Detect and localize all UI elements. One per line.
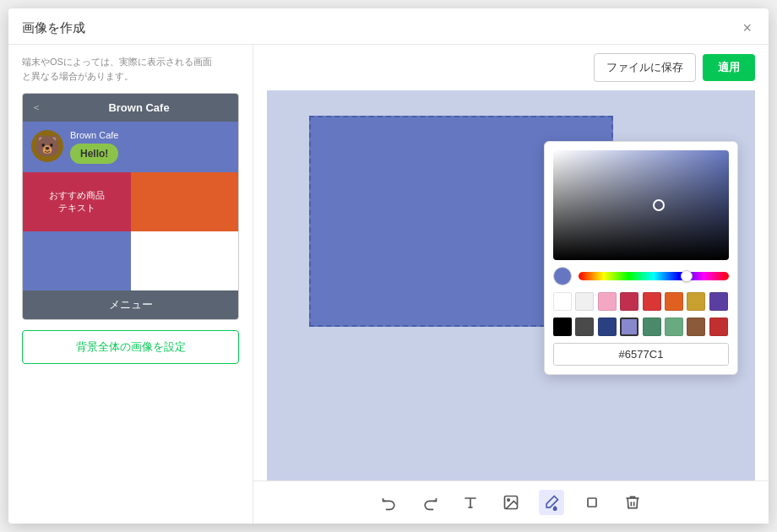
swatch-white[interactable] — [553, 292, 572, 311]
hue-row — [553, 267, 729, 285]
swatch-green[interactable] — [643, 318, 661, 336]
swatch-light-gray[interactable] — [575, 292, 594, 311]
phone-grid: おすすめ商品テキスト — [23, 172, 238, 290]
left-panel: 端末やOSによっては、実際に表示される画面と異なる場合があります。 ＜ Brow… — [8, 45, 253, 524]
chat-name: Brown Cafe — [70, 130, 118, 140]
image-button[interactable] — [498, 490, 524, 515]
phone-header: ＜ Brown Cafe — [23, 94, 238, 122]
crop-button[interactable] — [579, 490, 605, 515]
chat-bubble: Hello! — [70, 144, 118, 164]
swatch-dark-pink[interactable] — [620, 292, 638, 311]
current-color-swatch — [553, 267, 572, 285]
undo-button[interactable] — [377, 490, 402, 515]
crop-icon — [584, 494, 600, 511]
svg-rect-2 — [588, 498, 596, 507]
close-button[interactable]: × — [739, 19, 755, 37]
phone-preview: ＜ Brown Cafe 🐻 Brown Cafe Hello! おすすめ商品テ… — [22, 93, 239, 320]
redo-icon — [421, 494, 438, 511]
phone-menu: メニュー — [23, 290, 238, 319]
grid-cell-2 — [131, 172, 239, 231]
dialog-header: 画像を作成 × — [8, 8, 769, 45]
phone-chat-area: 🐻 Brown Cafe Hello! — [23, 122, 238, 172]
swatch-navy[interactable] — [598, 318, 617, 336]
save-file-button[interactable]: ファイルに保存 — [594, 53, 696, 82]
main-dialog: 画像を作成 × 端末やOSによっては、実際に表示される画面と異なる場合があります… — [8, 8, 769, 524]
grid-cell-4 — [131, 231, 239, 290]
swatch-black[interactable] — [553, 318, 572, 336]
swatch-purple[interactable] — [709, 292, 728, 311]
gradient-cursor — [653, 199, 665, 211]
grid-cell-1-text: おすすめ商品テキスト — [49, 189, 105, 214]
swatches-row-2 — [553, 318, 729, 336]
swatches-row-1 — [553, 292, 729, 311]
swatch-light-blue-selected[interactable] — [620, 318, 638, 336]
swatch-brown[interactable] — [687, 318, 705, 336]
avatar: 🐻 — [31, 130, 63, 162]
fill-button[interactable] — [539, 490, 564, 515]
swatch-red[interactable] — [643, 292, 661, 311]
bottom-toolbar — [253, 480, 769, 524]
hex-input[interactable]: #6577C1 — [554, 344, 728, 365]
grid-cell-1: おすすめ商品テキスト — [23, 172, 131, 231]
phone-back-icon: ＜ — [31, 100, 41, 115]
apply-button[interactable]: 適用 — [703, 54, 755, 81]
image-icon — [503, 494, 519, 511]
dialog-body: 端末やOSによっては、実際に表示される画面と異なる場合があります。 ＜ Brow… — [8, 45, 769, 524]
canvas-area[interactable]: #6577C1 — [267, 90, 755, 480]
color-gradient[interactable] — [553, 150, 729, 260]
swatch-dark-red[interactable] — [709, 318, 728, 336]
delete-button[interactable] — [620, 490, 645, 515]
phone-preview-title: Brown Cafe — [48, 101, 230, 114]
hue-thumb — [681, 270, 693, 282]
dialog-title: 画像を作成 — [22, 20, 85, 36]
swatch-light-green[interactable] — [665, 318, 683, 336]
delete-icon — [624, 494, 641, 511]
redo-button[interactable] — [417, 490, 443, 515]
chat-content: Brown Cafe Hello! — [70, 130, 118, 164]
grid-cell-3 — [23, 231, 131, 290]
fill-icon — [543, 494, 560, 511]
swatch-gold[interactable] — [687, 292, 705, 311]
text-icon — [462, 494, 479, 511]
color-picker: #6577C1 — [544, 141, 738, 375]
right-panel: ファイルに保存 適用 — [253, 45, 769, 524]
hue-slider[interactable] — [579, 272, 729, 280]
bear-icon: 🐻 — [35, 134, 60, 158]
swatch-dark-gray[interactable] — [575, 318, 594, 336]
undo-icon — [381, 494, 398, 511]
top-toolbar: ファイルに保存 適用 — [253, 45, 769, 90]
svg-point-1 — [508, 499, 510, 502]
text-button[interactable] — [458, 490, 483, 515]
swatch-pink[interactable] — [598, 292, 617, 311]
hex-input-row: #6577C1 — [553, 343, 729, 366]
swatch-orange-red[interactable] — [665, 292, 683, 311]
notice-text: 端末やOSによっては、実際に表示される画面と異なる場合があります。 — [22, 55, 239, 83]
bg-image-button[interactable]: 背景全体の画像を設定 — [22, 330, 239, 364]
